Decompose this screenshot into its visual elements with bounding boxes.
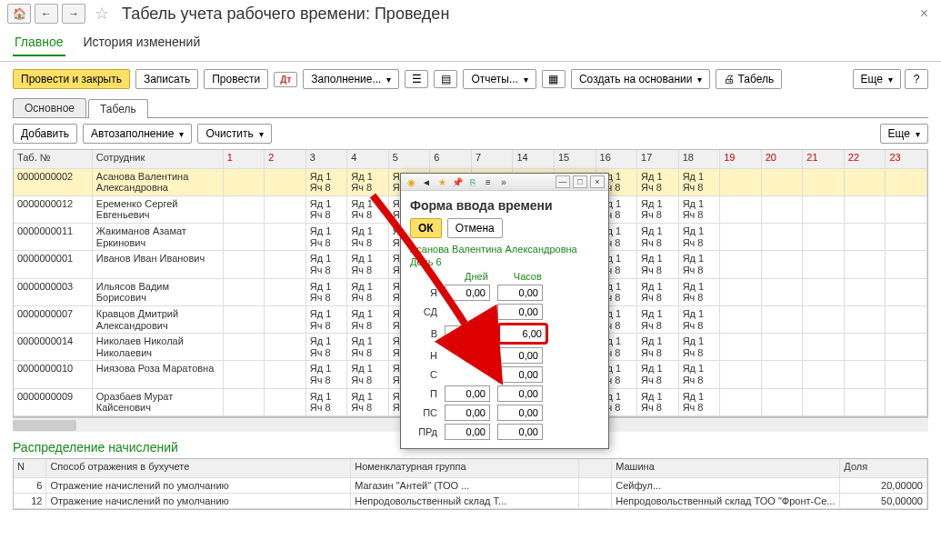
col-day-16[interactable]: 16 <box>596 150 637 168</box>
fill-button[interactable]: Заполнение... <box>303 69 399 89</box>
col-day-19[interactable]: 19 <box>720 150 762 168</box>
help-button[interactable]: ? <box>905 69 928 89</box>
col-day-1[interactable]: 1 <box>223 150 265 168</box>
col-employee[interactable]: Сотрудник <box>92 150 223 168</box>
back-button[interactable]: ← <box>35 4 58 24</box>
col-day-6[interactable]: 6 <box>430 150 472 168</box>
time-row-ПС: ПС <box>410 405 599 421</box>
post-button[interactable]: Провести <box>204 69 268 89</box>
forward-button[interactable]: → <box>62 4 85 24</box>
dist-col-machine[interactable]: Машина <box>612 459 840 477</box>
hours-input[interactable] <box>497 347 543 364</box>
autofill-button[interactable]: Автозаполнение <box>83 124 192 144</box>
dist-col-group[interactable]: Номенклатурная группа <box>351 459 579 477</box>
time-row-СД: СД <box>410 304 599 320</box>
days-input[interactable] <box>445 325 490 342</box>
time-row-ПРд: ПРд <box>410 424 599 440</box>
create-from-button[interactable]: Создать на основании <box>571 69 711 89</box>
col-day-5[interactable]: 5 <box>388 150 430 168</box>
hours-input[interactable] <box>497 323 548 345</box>
save-button[interactable]: Записать <box>135 69 198 89</box>
dtkv-icon[interactable]: Дт <box>274 72 297 87</box>
hours-input[interactable] <box>497 285 543 301</box>
col-day-2[interactable]: 2 <box>265 150 306 168</box>
col-day-20[interactable]: 20 <box>761 150 803 168</box>
toolbar-icon-2[interactable]: ▤ <box>434 70 457 88</box>
ok-button[interactable]: ОК <box>410 218 442 238</box>
day-caption: День 6 <box>410 256 599 267</box>
col-day-14[interactable]: 14 <box>513 150 555 168</box>
days-input[interactable] <box>445 285 490 301</box>
dist-col-method[interactable]: Способ отражения в бухучете <box>46 459 351 477</box>
col-day-3[interactable]: 3 <box>305 150 347 168</box>
time-row-П: П <box>410 385 599 402</box>
home-button[interactable]: 🏠 <box>7 4 31 24</box>
time-row-В: В <box>410 323 599 345</box>
col-num[interactable]: Таб. № <box>14 150 92 168</box>
dist-row[interactable]: 6Отражение начислений по умолчаниюМагази… <box>14 477 927 493</box>
minimize-icon[interactable]: — <box>556 175 570 188</box>
reports-button[interactable]: Отчеты... <box>463 69 536 89</box>
time-row-С: С <box>410 366 599 383</box>
clear-button[interactable]: Очистить <box>197 124 271 144</box>
col-day-21[interactable]: 21 <box>803 150 845 168</box>
toolbar-icon-3[interactable]: ▦ <box>542 70 566 88</box>
post-close-button[interactable]: Провести и закрыть <box>13 69 130 89</box>
time-code-label: Н <box>410 350 437 361</box>
menu-icon[interactable]: ≡ <box>482 175 495 188</box>
nav-prev-icon[interactable]: ◄ <box>420 175 433 188</box>
add-button[interactable]: Добавить <box>13 124 77 144</box>
distribution-table[interactable]: NСпособ отражения в бухучетеНоменклатурн… <box>13 458 928 510</box>
hours-input[interactable] <box>497 304 543 320</box>
tab-history[interactable]: История изменений <box>82 31 203 55</box>
tabel-button[interactable]: 🖨 Табель <box>716 69 782 89</box>
dialog-title: Форма ввода времени <box>410 198 599 213</box>
time-code-label: С <box>410 369 437 380</box>
hours-input[interactable] <box>497 405 543 421</box>
subtab-tabel[interactable]: Табель <box>88 99 148 118</box>
subtab-main[interactable]: Основное <box>13 98 86 117</box>
logo-icon: ◉ <box>405 175 417 188</box>
time-row-Н: Н <box>410 347 599 364</box>
more-button[interactable]: Еще <box>853 69 901 89</box>
col-day-18[interactable]: 18 <box>678 150 720 168</box>
time-code-label: В <box>410 328 437 339</box>
time-code-label: СД <box>410 306 437 317</box>
dist-col-sp[interactable] <box>579 459 612 477</box>
col-day-23[interactable]: 23 <box>886 150 927 168</box>
page-title: Табель учета рабочего времени: Проведен <box>122 5 449 24</box>
hours-input[interactable] <box>497 385 543 402</box>
time-code-label: Я <box>410 287 437 298</box>
col-day-22[interactable]: 22 <box>844 150 886 168</box>
close-icon[interactable]: × <box>915 5 934 22</box>
col-day-15[interactable]: 15 <box>555 150 596 168</box>
tab-main[interactable]: Главное <box>13 31 65 56</box>
dist-col-n[interactable]: N <box>14 459 46 477</box>
days-input[interactable] <box>445 405 490 421</box>
more-icon[interactable]: » <box>497 175 510 188</box>
close-dialog-icon[interactable]: × <box>590 175 605 188</box>
maximize-icon[interactable]: □ <box>573 175 587 188</box>
days-input[interactable] <box>445 424 490 440</box>
hours-input[interactable] <box>497 424 543 440</box>
dist-col-share[interactable]: Доля <box>840 459 927 477</box>
col-day-4[interactable]: 4 <box>347 150 389 168</box>
star-icon[interactable]: ☆ <box>89 4 115 24</box>
star-icon[interactable]: ★ <box>435 175 448 188</box>
more-button-2[interactable]: Еще <box>880 124 928 144</box>
time-code-label: ПС <box>410 407 437 418</box>
dist-row[interactable]: 12Отражение начислений по умолчаниюНепро… <box>14 493 927 508</box>
hours-input[interactable] <box>497 366 543 383</box>
col-days-label: Дней <box>465 271 488 282</box>
time-input-dialog: ◉ ◄ ★ 📌 ⎘ ≡ » — □ × Форма ввода времени … <box>400 173 609 449</box>
time-code-label: П <box>410 388 437 399</box>
cancel-button[interactable]: Отмена <box>447 218 503 238</box>
toolbar-icon-1[interactable]: ☰ <box>405 70 428 88</box>
attach-icon[interactable]: ⎘ <box>466 175 479 188</box>
col-day-17[interactable]: 17 <box>637 150 679 168</box>
employee-caption: Асанова Валентина Александровна <box>410 244 599 255</box>
days-input[interactable] <box>445 385 490 402</box>
time-row-Я: Я <box>410 285 599 301</box>
col-day-7[interactable]: 7 <box>471 150 513 168</box>
pin-icon[interactable]: 📌 <box>451 175 464 188</box>
